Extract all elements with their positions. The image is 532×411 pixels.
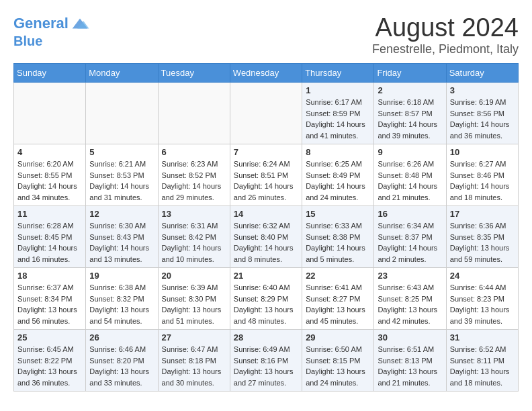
calendar-cell: 3Sunrise: 6:19 AM Sunset: 8:56 PM Daylig… [446,83,518,144]
calendar-cell: 11Sunrise: 6:28 AM Sunset: 8:45 PM Dayli… [14,206,86,268]
day-info: Sunrise: 6:31 AM Sunset: 8:42 PM Dayligh… [162,220,226,265]
calendar-cell: 30Sunrise: 6:51 AM Sunset: 8:13 PM Dayli… [374,330,446,392]
day-number: 1 [306,85,370,95]
day-number: 25 [17,332,82,342]
day-info: Sunrise: 6:50 AM Sunset: 8:15 PM Dayligh… [306,344,370,388]
day-info: Sunrise: 6:24 AM Sunset: 8:51 PM Dayligh… [234,158,298,203]
day-info: Sunrise: 6:45 AM Sunset: 8:22 PM Dayligh… [17,344,82,388]
calendar-cell: 26Sunrise: 6:46 AM Sunset: 8:20 PM Dayli… [86,330,158,392]
day-number: 18 [17,271,82,281]
day-info: Sunrise: 6:28 AM Sunset: 8:45 PM Dayligh… [17,220,82,265]
day-number: 8 [306,147,370,157]
month-title: August 2024 [372,13,519,42]
day-info: Sunrise: 6:26 AM Sunset: 8:48 PM Dayligh… [378,158,442,203]
calendar-cell: 22Sunrise: 6:41 AM Sunset: 8:27 PM Dayli… [302,268,374,330]
day-number: 27 [162,332,226,342]
day-number: 21 [234,271,298,281]
calendar-cell [230,83,302,144]
day-info: Sunrise: 6:20 AM Sunset: 8:55 PM Dayligh… [17,158,82,203]
calendar-cell: 20Sunrise: 6:39 AM Sunset: 8:30 PM Dayli… [158,268,230,330]
calendar-cell [14,83,86,144]
calendar-cell [158,83,230,144]
day-number: 28 [234,332,298,342]
calendar-cell: 2Sunrise: 6:18 AM Sunset: 8:57 PM Daylig… [374,83,446,144]
weekday-header: Friday [374,64,446,83]
location-title: Fenestrelle, Piedmont, Italy [372,42,519,56]
weekday-header: Saturday [446,64,518,83]
day-number: 13 [162,209,226,219]
calendar-cell: 27Sunrise: 6:47 AM Sunset: 8:18 PM Dayli… [158,330,230,392]
calendar-week-row: 18Sunrise: 6:37 AM Sunset: 8:34 PM Dayli… [14,268,519,330]
weekday-header-row: SundayMondayTuesdayWednesdayThursdayFrid… [14,64,519,83]
day-info: Sunrise: 6:44 AM Sunset: 8:23 PM Dayligh… [450,282,515,326]
day-info: Sunrise: 6:21 AM Sunset: 8:53 PM Dayligh… [89,158,154,203]
day-info: Sunrise: 6:36 AM Sunset: 8:35 PM Dayligh… [450,220,515,265]
calendar-cell: 28Sunrise: 6:49 AM Sunset: 8:16 PM Dayli… [230,330,302,392]
calendar-cell: 21Sunrise: 6:40 AM Sunset: 8:29 PM Dayli… [230,268,302,330]
calendar-cell: 5Sunrise: 6:21 AM Sunset: 8:53 PM Daylig… [86,144,158,206]
day-number: 4 [17,147,82,157]
day-info: Sunrise: 6:43 AM Sunset: 8:25 PM Dayligh… [378,282,442,326]
day-info: Sunrise: 6:19 AM Sunset: 8:56 PM Dayligh… [450,97,515,141]
day-number: 23 [378,271,442,281]
calendar-table: SundayMondayTuesdayWednesdayThursdayFrid… [13,63,519,392]
day-info: Sunrise: 6:32 AM Sunset: 8:40 PM Dayligh… [234,220,298,265]
day-number: 10 [450,147,515,157]
calendar-cell: 23Sunrise: 6:43 AM Sunset: 8:25 PM Dayli… [374,268,446,330]
calendar-cell: 15Sunrise: 6:33 AM Sunset: 8:38 PM Dayli… [302,206,374,268]
day-number: 3 [450,85,515,95]
day-info: Sunrise: 6:41 AM Sunset: 8:27 PM Dayligh… [306,282,370,326]
calendar-cell: 13Sunrise: 6:31 AM Sunset: 8:42 PM Dayli… [158,206,230,268]
calendar-cell: 14Sunrise: 6:32 AM Sunset: 8:40 PM Dayli… [230,206,302,268]
day-number: 31 [450,332,515,342]
day-info: Sunrise: 6:33 AM Sunset: 8:38 PM Dayligh… [306,220,370,265]
day-info: Sunrise: 6:49 AM Sunset: 8:16 PM Dayligh… [234,344,298,388]
day-number: 19 [89,271,154,281]
calendar-cell: 18Sunrise: 6:37 AM Sunset: 8:34 PM Dayli… [14,268,86,330]
day-info: Sunrise: 6:25 AM Sunset: 8:49 PM Dayligh… [306,158,370,203]
day-info: Sunrise: 6:18 AM Sunset: 8:57 PM Dayligh… [378,97,442,141]
calendar-cell: 6Sunrise: 6:23 AM Sunset: 8:52 PM Daylig… [158,144,230,206]
calendar-cell [86,83,158,144]
calendar-cell: 31Sunrise: 6:52 AM Sunset: 8:11 PM Dayli… [446,330,518,392]
calendar-week-row: 11Sunrise: 6:28 AM Sunset: 8:45 PM Dayli… [14,206,519,268]
calendar-cell: 24Sunrise: 6:44 AM Sunset: 8:23 PM Dayli… [446,268,518,330]
day-number: 2 [378,85,442,95]
day-number: 5 [89,147,154,157]
day-info: Sunrise: 6:34 AM Sunset: 8:37 PM Dayligh… [378,220,442,265]
calendar-week-row: 4Sunrise: 6:20 AM Sunset: 8:55 PM Daylig… [14,144,519,206]
day-info: Sunrise: 6:47 AM Sunset: 8:18 PM Dayligh… [162,344,226,388]
logo-icon [70,13,90,34]
day-info: Sunrise: 6:51 AM Sunset: 8:13 PM Dayligh… [378,344,442,388]
calendar-cell: 10Sunrise: 6:27 AM Sunset: 8:46 PM Dayli… [446,144,518,206]
day-info: Sunrise: 6:46 AM Sunset: 8:20 PM Dayligh… [89,344,154,388]
calendar-cell: 19Sunrise: 6:38 AM Sunset: 8:32 PM Dayli… [86,268,158,330]
day-number: 11 [17,209,82,219]
page-header: General Blue August 2024 Fenestrelle, Pi… [13,13,519,56]
calendar-cell: 4Sunrise: 6:20 AM Sunset: 8:55 PM Daylig… [14,144,86,206]
day-info: Sunrise: 6:38 AM Sunset: 8:32 PM Dayligh… [89,282,154,326]
logo-text: General [13,15,69,32]
day-number: 15 [306,209,370,219]
day-number: 6 [162,147,226,157]
weekday-header: Monday [86,64,158,83]
calendar-week-row: 25Sunrise: 6:45 AM Sunset: 8:22 PM Dayli… [14,330,519,392]
day-number: 16 [378,209,442,219]
day-number: 7 [234,147,298,157]
day-number: 9 [378,147,442,157]
day-info: Sunrise: 6:17 AM Sunset: 8:59 PM Dayligh… [306,97,370,141]
day-number: 30 [378,332,442,342]
calendar-cell: 8Sunrise: 6:25 AM Sunset: 8:49 PM Daylig… [302,144,374,206]
day-info: Sunrise: 6:27 AM Sunset: 8:46 PM Dayligh… [450,158,515,203]
weekday-header: Wednesday [230,64,302,83]
logo: General Blue [13,13,90,48]
day-number: 14 [234,209,298,219]
weekday-header: Tuesday [158,64,230,83]
calendar-cell: 29Sunrise: 6:50 AM Sunset: 8:15 PM Dayli… [302,330,374,392]
calendar-cell: 17Sunrise: 6:36 AM Sunset: 8:35 PM Dayli… [446,206,518,268]
weekday-header: Thursday [302,64,374,83]
day-number: 22 [306,271,370,281]
day-number: 20 [162,271,226,281]
calendar-cell: 16Sunrise: 6:34 AM Sunset: 8:37 PM Dayli… [374,206,446,268]
weekday-header: Sunday [14,64,86,83]
